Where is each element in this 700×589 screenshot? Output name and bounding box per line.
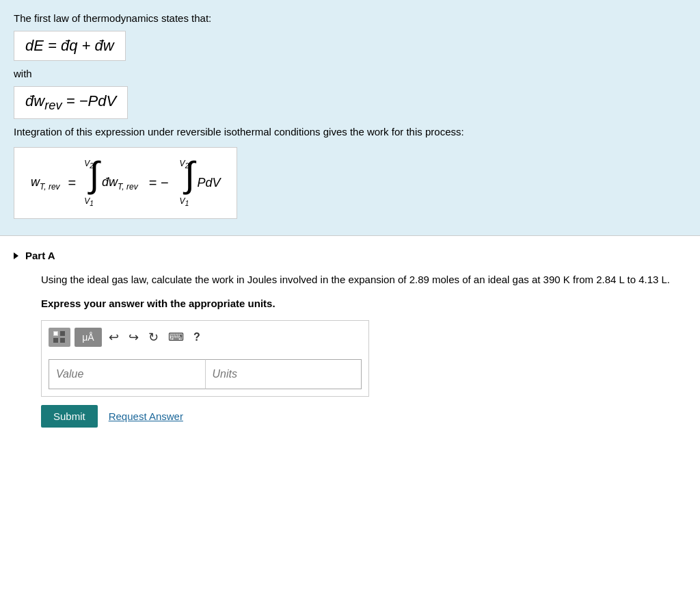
help-label: ? xyxy=(193,331,200,343)
intro-text: The first law of thermodynamics states t… xyxy=(14,12,686,24)
integrand-1: đwT, rev xyxy=(102,175,138,192)
input-row xyxy=(49,359,362,389)
w-label: wT, rev xyxy=(31,175,60,192)
keyboard-button[interactable]: ⌨ xyxy=(165,328,187,345)
first-integral: V2 V1 ∫ đwT, rev xyxy=(84,159,137,207)
grid-icon xyxy=(53,331,66,343)
undo-button[interactable]: ↩ xyxy=(106,328,122,346)
lower-limit-1: V1 xyxy=(84,196,94,207)
answer-input-box: μÅ ↩ ↪ ↻ ⌨ ? xyxy=(41,320,369,397)
mu-button[interactable]: μÅ xyxy=(75,328,102,347)
mu-label: μÅ xyxy=(82,332,94,343)
submit-label: Submit xyxy=(53,410,85,422)
integral-symbol-2: ∫ xyxy=(185,159,194,191)
integrand-2: PdV xyxy=(197,176,220,190)
lower-limit-2: V1 xyxy=(180,196,189,207)
formula2-box: đwrev = −PdV xyxy=(14,86,128,119)
top-section: The first law of thermodynamics states t… xyxy=(0,0,700,235)
redo-button[interactable]: ↪ xyxy=(126,328,142,346)
help-button[interactable]: ? xyxy=(191,330,203,345)
integration-text: Integration of this expression under rev… xyxy=(14,126,686,138)
integral-symbol-1: ∫ xyxy=(90,159,99,191)
refresh-button[interactable]: ↻ xyxy=(146,328,161,346)
keyboard-icon: ⌨ xyxy=(168,331,184,343)
request-label: Request Answer xyxy=(109,410,183,422)
second-integral: V2 V1 ∫ PdV xyxy=(180,159,221,207)
submit-button[interactable]: Submit xyxy=(41,405,98,428)
request-answer-button[interactable]: Request Answer xyxy=(109,410,183,422)
refresh-icon: ↻ xyxy=(148,330,159,344)
express-text: Express your answer with the appropriate… xyxy=(41,298,686,309)
collapse-icon[interactable] xyxy=(14,252,18,259)
formula2-text: đwrev = −PdV xyxy=(25,92,116,109)
part-a-header: Part A xyxy=(14,250,686,261)
part-a-label: Part A xyxy=(25,250,55,261)
undo-icon: ↩ xyxy=(109,330,119,344)
integral-expression: wT, rev = V2 V1 ∫ đwT, rev = − xyxy=(31,159,220,207)
equals-sign: = xyxy=(68,175,77,191)
bottom-row: Submit Request Answer xyxy=(41,405,686,428)
toolbar: μÅ ↩ ↪ ↻ ⌨ ? xyxy=(49,328,362,352)
formula1-text: dE = đq + đw xyxy=(25,37,114,54)
with-label: with xyxy=(14,68,686,79)
question-text: Using the ideal gas law, calculate the w… xyxy=(41,272,686,288)
redo-icon: ↪ xyxy=(129,330,139,344)
value-input[interactable] xyxy=(49,359,206,389)
formula1-box: dE = đq + đw xyxy=(14,31,126,61)
grid-button[interactable] xyxy=(49,328,70,347)
integral-box: wT, rev = V2 V1 ∫ đwT, rev = − xyxy=(14,147,237,219)
part-a-section: Part A Using the ideal gas law, calculat… xyxy=(0,236,700,441)
equals-sign-2: = − xyxy=(149,175,169,191)
units-input[interactable] xyxy=(206,359,362,389)
